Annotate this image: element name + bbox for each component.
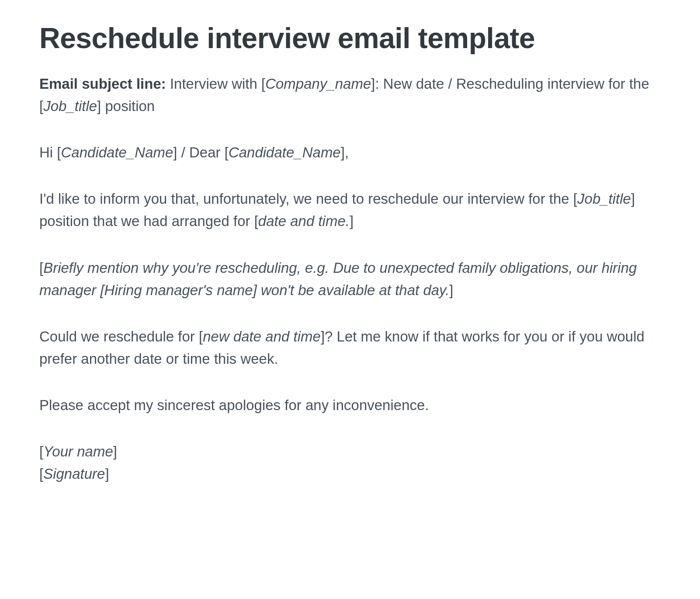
text: [ [39,443,43,460]
text: ] [449,282,453,298]
text: Could we reschedule for [ [39,328,203,345]
text: ] / Dear [ [173,144,229,160]
text: ] [113,443,117,460]
text: ] [105,466,109,482]
placeholder-company-name: Company_name [265,76,371,92]
subject-label: Email subject line: [39,76,166,92]
text: [ [39,260,43,276]
body-paragraph-3: Could we reschedule for [new date and ti… [39,325,661,370]
subject-line: Email subject line: Interview with [Comp… [39,73,661,117]
placeholder-signature: Signature [43,466,105,482]
body-paragraph-2: [Briefly mention why you're rescheduling… [39,257,661,301]
body-paragraph-4: Please accept my sincerest apologies for… [39,394,661,416]
signoff: [Your name] [Signature] [39,440,661,485]
placeholder-your-name: Your name [43,443,113,460]
body-paragraph-1: I'd like to inform you that, unfortunate… [39,188,661,232]
text: I'd like to inform you that, unfortunate… [39,191,577,207]
text: [ [39,466,43,482]
page-title: Reschedule interview email template [39,22,661,55]
placeholder-job-title: Job_title [577,191,631,207]
text: Hi [ [39,144,61,160]
text: Interview with [ [166,76,265,92]
placeholder-candidate-name: Candidate_Name [229,144,341,160]
greeting: Hi [Candidate_Name] / Dear [Candidate_Na… [39,141,661,164]
placeholder-job-title: Job_title [43,98,97,114]
text: ], [341,144,349,160]
placeholder-reason: Briefly mention why you're rescheduling,… [39,260,637,298]
placeholder-date-time: date and time. [258,213,350,229]
placeholder-candidate-name: Candidate_Name [61,144,173,160]
text: ] position [97,98,155,114]
placeholder-new-date-time: new date and time [203,328,321,345]
text: ] [350,213,353,229]
